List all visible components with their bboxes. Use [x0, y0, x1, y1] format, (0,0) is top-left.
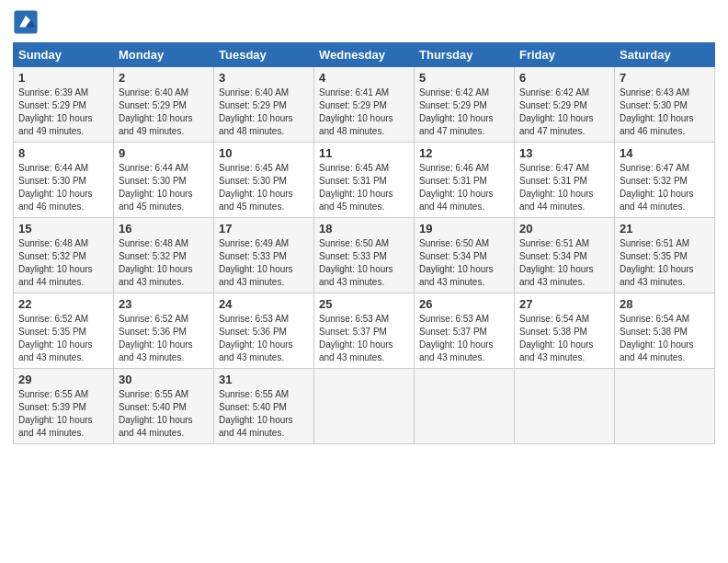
- calendar-cell: 8Sunrise: 6:44 AMSunset: 5:30 PMDaylight…: [14, 143, 114, 218]
- calendar-cell: 7Sunrise: 6:43 AMSunset: 5:30 PMDaylight…: [615, 67, 715, 143]
- calendar-cell: [415, 369, 515, 444]
- day-detail: Sunrise: 6:42 AMSunset: 5:29 PMDaylight:…: [419, 87, 494, 136]
- day-number: 3: [219, 71, 309, 85]
- day-detail: Sunrise: 6:55 AMSunset: 5:40 PMDaylight:…: [119, 389, 193, 438]
- day-detail: Sunrise: 6:50 AMSunset: 5:33 PMDaylight:…: [319, 238, 393, 287]
- calendar-cell: 19Sunrise: 6:50 AMSunset: 5:34 PMDayligh…: [415, 218, 515, 293]
- calendar-table: SundayMondayTuesdayWednesdayThursdayFrid…: [13, 42, 715, 444]
- day-number: 23: [119, 297, 209, 311]
- calendar-cell: 16Sunrise: 6:48 AMSunset: 5:32 PMDayligh…: [114, 218, 214, 293]
- day-number: 4: [319, 71, 409, 85]
- day-number: 19: [419, 222, 509, 236]
- day-number: 7: [620, 71, 710, 85]
- calendar-cell: 31Sunrise: 6:55 AMSunset: 5:40 PMDayligh…: [214, 369, 314, 444]
- day-number: 15: [18, 222, 108, 236]
- week-row-4: 22Sunrise: 6:52 AMSunset: 5:35 PMDayligh…: [14, 293, 715, 369]
- day-number: 20: [519, 222, 609, 236]
- header-cell-sunday: Sunday: [14, 43, 114, 67]
- day-detail: Sunrise: 6:53 AMSunset: 5:37 PMDaylight:…: [419, 314, 494, 362]
- day-detail: Sunrise: 6:50 AMSunset: 5:34 PMDaylight:…: [419, 238, 494, 287]
- header-row: SundayMondayTuesdayWednesdayThursdayFrid…: [14, 43, 715, 67]
- day-detail: Sunrise: 6:54 AMSunset: 5:38 PMDaylight:…: [519, 314, 594, 362]
- day-number: 29: [18, 373, 108, 386]
- day-detail: Sunrise: 6:55 AMSunset: 5:39 PMDaylight:…: [18, 389, 93, 438]
- day-number: 16: [119, 222, 209, 236]
- week-row-3: 15Sunrise: 6:48 AMSunset: 5:32 PMDayligh…: [14, 218, 715, 293]
- day-number: 27: [519, 297, 609, 311]
- day-number: 9: [119, 146, 209, 160]
- day-detail: Sunrise: 6:55 AMSunset: 5:40 PMDaylight:…: [219, 389, 293, 438]
- day-detail: Sunrise: 6:54 AMSunset: 5:38 PMDaylight:…: [620, 314, 694, 362]
- day-detail: Sunrise: 6:39 AMSunset: 5:29 PMDaylight:…: [18, 87, 93, 136]
- calendar-cell: 17Sunrise: 6:49 AMSunset: 5:33 PMDayligh…: [214, 218, 314, 293]
- calendar-cell: [314, 369, 415, 444]
- day-number: 14: [620, 146, 710, 160]
- day-number: 2: [119, 71, 209, 85]
- main-container: SundayMondayTuesdayWednesdayThursdayFrid…: [0, 0, 728, 454]
- day-number: 21: [620, 222, 710, 236]
- calendar-cell: 18Sunrise: 6:50 AMSunset: 5:33 PMDayligh…: [314, 218, 415, 293]
- calendar-cell: 21Sunrise: 6:51 AMSunset: 5:35 PMDayligh…: [615, 218, 715, 293]
- day-detail: Sunrise: 6:52 AMSunset: 5:35 PMDaylight:…: [18, 314, 93, 362]
- calendar-cell: 20Sunrise: 6:51 AMSunset: 5:34 PMDayligh…: [515, 218, 615, 293]
- logo-icon: [13, 9, 39, 35]
- day-detail: Sunrise: 6:44 AMSunset: 5:30 PMDaylight:…: [119, 163, 193, 212]
- header: [13, 9, 715, 35]
- day-number: 18: [319, 222, 409, 236]
- calendar-cell: 10Sunrise: 6:45 AMSunset: 5:30 PMDayligh…: [214, 143, 314, 218]
- day-detail: Sunrise: 6:44 AMSunset: 5:30 PMDaylight:…: [18, 163, 93, 212]
- calendar-cell: 13Sunrise: 6:47 AMSunset: 5:31 PMDayligh…: [515, 143, 615, 218]
- day-detail: Sunrise: 6:49 AMSunset: 5:33 PMDaylight:…: [219, 238, 293, 287]
- day-number: 1: [18, 71, 108, 85]
- day-number: 26: [419, 297, 509, 311]
- day-detail: Sunrise: 6:53 AMSunset: 5:36 PMDaylight:…: [219, 314, 293, 362]
- calendar-cell: 6Sunrise: 6:42 AMSunset: 5:29 PMDaylight…: [515, 67, 615, 143]
- day-detail: Sunrise: 6:51 AMSunset: 5:35 PMDaylight:…: [620, 238, 694, 287]
- calendar-cell: 22Sunrise: 6:52 AMSunset: 5:35 PMDayligh…: [14, 293, 114, 369]
- day-detail: Sunrise: 6:40 AMSunset: 5:29 PMDaylight:…: [119, 87, 193, 136]
- day-detail: Sunrise: 6:48 AMSunset: 5:32 PMDaylight:…: [18, 238, 93, 287]
- calendar-cell: 4Sunrise: 6:41 AMSunset: 5:29 PMDaylight…: [314, 67, 415, 143]
- calendar-cell: 14Sunrise: 6:47 AMSunset: 5:32 PMDayligh…: [615, 143, 715, 218]
- day-detail: Sunrise: 6:51 AMSunset: 5:34 PMDaylight:…: [519, 238, 594, 287]
- day-detail: Sunrise: 6:40 AMSunset: 5:29 PMDaylight:…: [219, 87, 293, 136]
- day-number: 8: [18, 146, 108, 160]
- calendar-body: 1Sunrise: 6:39 AMSunset: 5:29 PMDaylight…: [14, 67, 715, 444]
- day-number: 30: [119, 373, 209, 386]
- header-cell-monday: Monday: [114, 43, 214, 67]
- calendar-cell: 29Sunrise: 6:55 AMSunset: 5:39 PMDayligh…: [14, 369, 114, 444]
- calendar-cell: 11Sunrise: 6:45 AMSunset: 5:31 PMDayligh…: [314, 143, 415, 218]
- header-cell-wednesday: Wednesday: [314, 43, 415, 67]
- day-number: 25: [319, 297, 409, 311]
- day-number: 12: [419, 146, 509, 160]
- day-detail: Sunrise: 6:48 AMSunset: 5:32 PMDaylight:…: [119, 238, 193, 287]
- calendar-cell: 24Sunrise: 6:53 AMSunset: 5:36 PMDayligh…: [214, 293, 314, 369]
- header-cell-thursday: Thursday: [415, 43, 515, 67]
- day-detail: Sunrise: 6:53 AMSunset: 5:37 PMDaylight:…: [319, 314, 393, 362]
- day-number: 31: [219, 373, 309, 386]
- calendar-cell: 23Sunrise: 6:52 AMSunset: 5:36 PMDayligh…: [114, 293, 214, 369]
- day-number: 24: [219, 297, 309, 311]
- day-number: 17: [219, 222, 309, 236]
- header-cell-tuesday: Tuesday: [214, 43, 314, 67]
- calendar-cell: 1Sunrise: 6:39 AMSunset: 5:29 PMDaylight…: [14, 67, 114, 143]
- day-detail: Sunrise: 6:47 AMSunset: 5:31 PMDaylight:…: [519, 163, 594, 212]
- header-cell-friday: Friday: [515, 43, 615, 67]
- day-number: 28: [620, 297, 710, 311]
- calendar-cell: 3Sunrise: 6:40 AMSunset: 5:29 PMDaylight…: [214, 67, 314, 143]
- calendar-cell: 2Sunrise: 6:40 AMSunset: 5:29 PMDaylight…: [114, 67, 214, 143]
- day-detail: Sunrise: 6:52 AMSunset: 5:36 PMDaylight:…: [119, 314, 193, 362]
- day-number: 5: [419, 71, 509, 85]
- calendar-cell: 12Sunrise: 6:46 AMSunset: 5:31 PMDayligh…: [415, 143, 515, 218]
- calendar-cell: 15Sunrise: 6:48 AMSunset: 5:32 PMDayligh…: [14, 218, 114, 293]
- day-detail: Sunrise: 6:45 AMSunset: 5:31 PMDaylight:…: [319, 163, 393, 212]
- calendar-cell: 26Sunrise: 6:53 AMSunset: 5:37 PMDayligh…: [415, 293, 515, 369]
- week-row-5: 29Sunrise: 6:55 AMSunset: 5:39 PMDayligh…: [14, 369, 715, 444]
- calendar-cell: 28Sunrise: 6:54 AMSunset: 5:38 PMDayligh…: [615, 293, 715, 369]
- day-detail: Sunrise: 6:45 AMSunset: 5:30 PMDaylight:…: [219, 163, 293, 212]
- header-cell-saturday: Saturday: [615, 43, 715, 67]
- week-row-1: 1Sunrise: 6:39 AMSunset: 5:29 PMDaylight…: [14, 67, 715, 143]
- calendar-cell: 5Sunrise: 6:42 AMSunset: 5:29 PMDaylight…: [415, 67, 515, 143]
- day-number: 10: [219, 146, 309, 160]
- calendar-cell: 9Sunrise: 6:44 AMSunset: 5:30 PMDaylight…: [114, 143, 214, 218]
